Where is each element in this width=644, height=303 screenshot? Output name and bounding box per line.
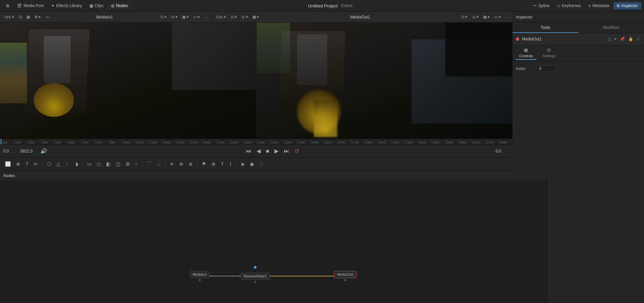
skip-to-start-btn[interactable]: ⏮ — [244, 147, 253, 155]
subtab-controls[interactable]: ⊞ Controls — [516, 46, 536, 60]
stamp-tool[interactable]: T — [219, 160, 226, 168]
stop-btn[interactable]: ■ — [264, 147, 271, 155]
ruler-tick: 1300 — [163, 139, 176, 144]
ruler-tick: 700 — [82, 139, 96, 144]
nodes-tab[interactable]: ◎ Nodes — [108, 2, 131, 9]
viewer-section: 74% ▾ ⊡ ▦ ⊞ ▾ ▭ MediaIn1 ⊡ ▾ ◎ ▾ ▦ ▾ ▭ ▾… — [0, 12, 513, 170]
effects-library-tab[interactable]: ✦ Effects Library — [48, 2, 85, 9]
nodes-canvas[interactable]: MediaIn1 RemoveNoise1 — [0, 181, 546, 303]
ellipse-tool[interactable]: ◻ — [94, 160, 103, 168]
viewer-layout-btn[interactable]: ⊡ — [17, 14, 24, 20]
skip-to-end-btn[interactable]: ⏭ — [282, 147, 291, 155]
metadata-icon: ≡ — [589, 3, 591, 8]
clone-tool[interactable]: ⊕ — [209, 160, 218, 168]
vfx-tool[interactable]: ◉ — [248, 160, 256, 168]
node-dropdown-icon[interactable]: ▾ — [614, 36, 617, 42]
viewer-overlay-left[interactable]: ◎ ▾ — [169, 14, 179, 20]
clips-tab[interactable]: ▦ Clips — [86, 2, 107, 9]
zoom-right[interactable]: 72% ▾ — [214, 14, 228, 20]
node-mediain1[interactable]: MediaIn1 — [190, 271, 210, 278]
nodes-panel-header: Nodes ··· — [0, 170, 546, 181]
media-pool-tab[interactable]: 🎬 Media Pool — [13, 2, 47, 9]
viewer-overlay-btn-r[interactable]: ◎ ▾ — [240, 14, 250, 20]
viewer-grid-btn-r[interactable]: ▦ ▾ — [251, 14, 261, 20]
zoom-left[interactable]: 74% ▾ — [2, 14, 16, 20]
viewer-pane-right[interactable] — [257, 23, 513, 138]
tool-separator-5 — [197, 161, 197, 167]
play-back-btn[interactable]: ◀ — [255, 147, 263, 155]
viewer-right-toolbar: 72% ▾ ⊡ ▾ ◎ ▾ ▦ ▾ MediaOut1 ⊡ ▾ ◎ ▾ ▦ ▾ … — [212, 14, 513, 20]
bspline-tool[interactable]: ◫ — [114, 160, 123, 168]
viewer-controls-left[interactable]: ⊡ ▾ — [159, 14, 168, 20]
node-pin-icon[interactable]: 📌 — [619, 36, 626, 42]
viewer-more-btn[interactable]: ⊞ ▾ — [33, 14, 42, 20]
bitmap-tool[interactable]: ⊞ — [123, 160, 132, 168]
polygon-tool[interactable]: △ — [54, 160, 63, 168]
play-btn[interactable]: ▶ — [272, 147, 280, 155]
ruler-tick: 3700 — [486, 139, 499, 144]
zoom-dropdown-icon-r: ▾ — [224, 15, 226, 19]
freehand-tool[interactable]: 〉 — [63, 160, 73, 168]
marker-tool[interactable]: ⊛ — [186, 160, 195, 168]
keyframes-tab[interactable]: ◇ Keyframes — [554, 2, 584, 9]
gradient-tool[interactable]: ◗ — [73, 160, 80, 168]
tab-tools[interactable]: Tools — [513, 23, 578, 33]
particle-tool[interactable]: ✳ — [167, 160, 176, 168]
ruler-tick: 1800 — [230, 139, 243, 144]
viewer-name-right: MediaOut1 — [262, 15, 458, 20]
viewer-dots-left[interactable]: ··· — [203, 14, 210, 20]
node-mediaout1[interactable]: MediaOut1 — [334, 271, 357, 278]
viewer-frame-left[interactable]: ▭ ▾ — [192, 14, 201, 20]
viewer-grid-left[interactable]: ▦ ▾ — [181, 14, 190, 20]
loop-btn[interactable]: ↺ — [293, 147, 301, 155]
viewer-grid-right[interactable]: ▦ ▾ — [482, 14, 491, 20]
tool-separator-3 — [142, 161, 143, 167]
inspector-tab[interactable]: ⧉ Inspector — [613, 2, 641, 9]
viewer-frame-right[interactable]: ▭ ▾ — [493, 14, 502, 20]
metadata-tab[interactable]: ≡ Metadata — [585, 2, 613, 9]
ruler-tick: 1000 — [122, 139, 136, 144]
3d-tool[interactable]: ◈ — [238, 160, 247, 168]
nodes-icon: ◎ — [111, 3, 114, 8]
bezier-tool[interactable]: ◧ — [104, 160, 113, 168]
volume-btn[interactable]: 🔊 — [38, 147, 49, 155]
viewer-pane-left[interactable] — [0, 23, 257, 138]
index-value[interactable]: 0 — [536, 65, 556, 72]
viewer-grid-btn[interactable]: ▦ — [25, 14, 32, 20]
node-removenoise1[interactable]: RemoveNoise1 — [240, 273, 269, 280]
viewer-layout-btn-r[interactable]: ⊡ ▾ — [229, 14, 238, 20]
text-tool[interactable]: T — [23, 160, 31, 168]
timecode-right: 0.0 — [496, 149, 509, 154]
feather-tool[interactable]: ⚑ — [199, 160, 209, 168]
bend-tool[interactable]: ⌒ — [145, 160, 154, 168]
viewer-controls-right[interactable]: ⊡ ▾ — [460, 14, 469, 20]
viewer-overlay-right[interactable]: ◎ ▾ — [470, 14, 480, 20]
select-tool[interactable]: ⬜ — [3, 160, 13, 168]
circle-tool[interactable]: ○ — [133, 160, 140, 168]
ruler-tick: 2400 — [311, 139, 324, 144]
node-header-icons: ◻ ▾ 📌 🔒 ⤢ — [607, 36, 641, 42]
inspector-bottom-filler — [546, 170, 644, 303]
spline-tab[interactable]: 〜 Spline — [529, 2, 553, 10]
ruler-tick: 3500 — [459, 139, 472, 144]
ruler-tick: 900 — [109, 139, 122, 144]
node-lock-icon[interactable]: 🔒 — [628, 36, 634, 42]
subtab-settings[interactable]: ⚙ Settings — [539, 46, 559, 60]
rect-tool[interactable]: ▭ — [85, 160, 94, 168]
viewer-aspect-btn[interactable]: ▭ — [44, 14, 50, 20]
viewer-dots-right[interactable]: ··· — [504, 14, 510, 20]
transform-tool[interactable]: ⊕ — [14, 160, 23, 168]
nodes-panel-dots[interactable]: ··· — [540, 173, 543, 178]
inspector-icon: ⧉ — [617, 3, 620, 8]
polyline-tool[interactable]: ⬡ — [45, 160, 53, 168]
node-color-pick-icon[interactable]: ◻ — [607, 36, 612, 42]
arc-tool[interactable]: ⌓ — [155, 160, 163, 168]
top-bar-left: ⊞ 🎬 Media Pool ✦ Effects Library ▦ Clips… — [0, 2, 134, 9]
node-expand-icon[interactable]: ⤢ — [636, 36, 641, 42]
wire-tool[interactable]: ⌇ — [227, 160, 234, 168]
track-tool[interactable]: ⊗ — [177, 160, 186, 168]
workspace-switcher[interactable]: ⊞ — [3, 2, 13, 9]
tab-modifiers[interactable]: Modifiers — [578, 23, 644, 33]
paint-tool[interactable]: ✏ — [32, 160, 40, 168]
blur-tool[interactable]: ◌ — [257, 160, 266, 168]
